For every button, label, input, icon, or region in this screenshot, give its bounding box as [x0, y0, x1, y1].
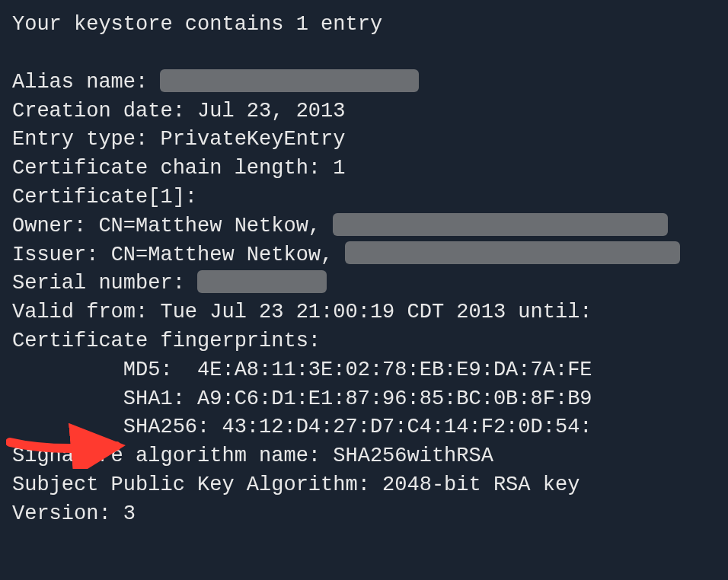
alias-line: Alias name:: [12, 69, 716, 97]
issuer-cn: CN=Matthew Netkow,: [111, 244, 346, 266]
creation-date-line: Creation date: Jul 23, 2013: [12, 97, 716, 126]
entry-type-label: Entry type:: [12, 128, 160, 151]
sha256-value: 43:12:D4:27:D7:C4:14:F2:0D:54:: [222, 416, 592, 438]
entry-type-line: Entry type: PrivateKeyEntry: [12, 126, 716, 155]
cert-chain-length-line: Certificate chain length: 1: [12, 155, 716, 183]
alias-redacted: [160, 69, 419, 92]
owner-cn: CN=Matthew Netkow,: [98, 215, 333, 237]
creation-date-value: Jul 23, 2013: [197, 100, 345, 123]
version-value: 3: [123, 502, 136, 525]
owner-redacted: [333, 213, 668, 236]
sig-alg-label: Signature algorithm name:: [12, 445, 333, 467]
issuer-line: Issuer: CN=Matthew Netkow,: [12, 241, 716, 270]
version-line: Version: 3: [12, 500, 716, 529]
serial-redacted: [197, 270, 327, 293]
md5-label: MD5:: [12, 359, 197, 381]
owner-label: Owner:: [12, 215, 98, 237]
subj-pk-alg-value: 2048-bit RSA key: [382, 473, 580, 496]
cert-fingerprints-label: Certificate fingerprints:: [12, 327, 716, 356]
cert-chain-length-label: Certificate chain length:: [12, 157, 333, 180]
valid-from-label: Valid from:: [12, 301, 160, 323]
valid-from-value: Tue Jul 23 21:00:19 CDT 2013: [160, 301, 506, 323]
keystore-header: Your keystore contains 1 entry: [12, 11, 716, 40]
subj-pk-alg-label: Subject Public Key Algorithm:: [12, 473, 382, 496]
md5-value: 4E:A8:11:3E:02:78:EB:E9:DA:7A:FE: [197, 359, 592, 381]
sig-alg-line: Signature algorithm name: SHA256withRSA: [12, 442, 716, 471]
valid-until-label: until:: [506, 301, 592, 323]
blank-line: [12, 40, 716, 69]
issuer-redacted: [345, 241, 680, 264]
cert-chain-length-value: 1: [333, 157, 345, 180]
serial-label: Serial number:: [12, 272, 197, 295]
sig-alg-value: SHA256withRSA: [333, 445, 493, 467]
sha1-label: SHA1:: [12, 387, 197, 410]
sha1-line: SHA1: A9:C6:D1:E1:87:96:85:BC:0B:8F:B9: [12, 385, 716, 414]
owner-line: Owner: CN=Matthew Netkow,: [12, 212, 716, 241]
md5-line: MD5: 4E:A8:11:3E:02:78:EB:E9:DA:7A:FE: [12, 356, 716, 385]
sha1-value: A9:C6:D1:E1:87:96:85:BC:0B:8F:B9: [197, 387, 592, 410]
cert-index-line: Certificate[1]:: [12, 183, 716, 212]
sha256-line: SHA256: 43:12:D4:27:D7:C4:14:F2:0D:54:: [12, 413, 716, 442]
alias-label: Alias name:: [12, 71, 160, 94]
valid-from-line: Valid from: Tue Jul 23 21:00:19 CDT 2013…: [12, 298, 716, 327]
subj-pk-alg-line: Subject Public Key Algorithm: 2048-bit R…: [12, 471, 716, 500]
creation-date-label: Creation date:: [12, 100, 197, 123]
serial-line: Serial number:: [12, 269, 716, 298]
version-label: Version:: [12, 502, 123, 525]
issuer-label: Issuer:: [12, 244, 111, 266]
entry-type-value: PrivateKeyEntry: [160, 128, 345, 151]
sha256-label: SHA256:: [12, 416, 222, 438]
